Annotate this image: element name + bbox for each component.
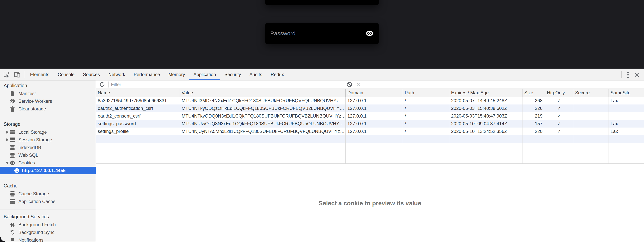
- filter-input[interactable]: [108, 81, 341, 88]
- tab-elements[interactable]: Elements: [26, 69, 54, 80]
- cookie-row[interactable]: oauth2_consent_csrf MTU4NTkyODQ0N3xEdi1C…: [96, 112, 644, 120]
- sidebar-item-clear-storage[interactable]: Clear storage: [0, 105, 96, 113]
- preview-placeholder-text: Select a cookie to preview its value: [318, 200, 421, 242]
- username-field[interactable]: [265, 0, 379, 5]
- sidebar-item-application-cache[interactable]: Application Cache: [0, 198, 96, 205]
- gear-icon: [10, 98, 15, 104]
- column-header-size[interactable]: Size: [522, 89, 545, 97]
- database-icon: [10, 153, 15, 158]
- screen: Elements Console Sources Network Perform…: [0, 0, 644, 242]
- sidebar-item-background-fetch[interactable]: Background Fetch: [0, 221, 96, 228]
- empty-row: [96, 135, 644, 143]
- sidebar-item-cookie-origin-selected[interactable]: http://127.0.0.1:4455: [0, 167, 96, 174]
- devtools-panel: Elements Console Sources Network Perform…: [0, 69, 644, 242]
- tab-sources[interactable]: Sources: [79, 69, 104, 80]
- sidebar-item-manifest[interactable]: Manifest: [0, 90, 96, 97]
- expand-arrow-icon[interactable]: [5, 138, 10, 141]
- tab-security[interactable]: Security: [220, 69, 245, 80]
- table-icon: [10, 130, 15, 135]
- cookies-pane: ✕ Name Value Domain Path Expires / Max-A…: [96, 80, 644, 242]
- httponly-check: ✓: [545, 104, 573, 112]
- sidebar-item-background-sync[interactable]: Background Sync: [0, 228, 96, 236]
- table-icon: [10, 199, 15, 204]
- sidebar-item-cache-storage[interactable]: Cache Storage: [0, 190, 96, 198]
- application-sidebar: Application Manifest Service Workers: [0, 80, 96, 242]
- collapse-arrow-icon[interactable]: [5, 162, 10, 164]
- sidebar-divider: [0, 209, 96, 210]
- password-field[interactable]: [265, 23, 379, 44]
- sidebar-item-session-storage[interactable]: Session Storage: [0, 136, 96, 144]
- sidebar-divider: [0, 117, 96, 117]
- tab-console[interactable]: Console: [54, 69, 79, 80]
- devtools-menu-icon[interactable]: [623, 72, 633, 78]
- tab-memory[interactable]: Memory: [164, 69, 189, 80]
- section-header-application: Application: [0, 81, 96, 90]
- tab-performance[interactable]: Performance: [130, 69, 164, 80]
- database-icon: [10, 191, 15, 196]
- column-header-name[interactable]: Name: [96, 89, 180, 97]
- tab-application[interactable]: Application: [189, 69, 220, 80]
- sidebar-item-service-workers[interactable]: Service Workers: [0, 97, 96, 105]
- sidebar-item-web-sql[interactable]: Web SQL: [0, 151, 96, 159]
- sidebar-item-notifications[interactable]: Notifications: [0, 236, 96, 242]
- device-toolbar-icon[interactable]: [12, 69, 22, 80]
- table-filler: [96, 143, 644, 163]
- refresh-icon[interactable]: [99, 81, 106, 88]
- cookie-row[interactable]: 8a3d27185b49d7758d8bb669331… MTU4NjI3MDk…: [96, 97, 644, 104]
- column-header-domain[interactable]: Domain: [346, 89, 403, 97]
- column-header-secure[interactable]: Secure: [573, 89, 608, 97]
- delete-selected-icon[interactable]: ✕: [356, 82, 361, 87]
- cookie-row[interactable]: settings_profile MTU4NjUyNTA5MnxEdi1CQkF…: [96, 128, 644, 135]
- toolbar-separator: [343, 82, 343, 87]
- column-header-expires[interactable]: Expires / Max-Age: [449, 89, 522, 97]
- sidebar-item-local-storage[interactable]: Local Storage: [0, 128, 96, 136]
- httponly-check: ✓: [545, 120, 573, 128]
- httponly-check: ✓: [545, 97, 573, 104]
- show-password-eye-icon[interactable]: [365, 30, 374, 37]
- cookies-toolbar: ✕: [96, 80, 644, 89]
- cookie-row[interactable]: oauth2_authentication_csrf MTU4NTkyODQzO…: [96, 104, 644, 112]
- screen-corner: [0, 237, 5, 242]
- devtools-tabbar: Elements Console Sources Network Perform…: [0, 69, 644, 80]
- cookie-row[interactable]: settings_password MTU4NjUwOTQ3N3xEdi1CQk…: [96, 120, 644, 128]
- httponly-check: ✓: [545, 112, 573, 120]
- tabbar-right-controls: [620, 69, 644, 81]
- column-header-samesite[interactable]: SameSite: [608, 89, 644, 97]
- document-icon: [10, 91, 15, 96]
- cookie-preview-pane: Select a cookie to preview its value: [96, 164, 644, 242]
- httponly-check: ✓: [545, 128, 573, 135]
- column-header-httponly[interactable]: HttpOnly: [545, 89, 573, 97]
- login-page: [0, 0, 644, 69]
- cookie-icon: [10, 160, 15, 166]
- cookie-table: Name Value Domain Path Expires / Max-Age…: [96, 89, 644, 163]
- column-header-path[interactable]: Path: [403, 89, 449, 97]
- cookie-icon: [14, 168, 20, 173]
- sidebar-item-indexeddb[interactable]: IndexedDB: [0, 144, 96, 151]
- table-icon: [10, 137, 15, 142]
- tab-audits[interactable]: Audits: [245, 69, 266, 80]
- up-down-arrows-icon: [10, 222, 15, 227]
- clear-cookies-icon[interactable]: [346, 81, 352, 88]
- tab-redux[interactable]: Redux: [266, 69, 288, 80]
- inspect-element-icon[interactable]: [1, 69, 12, 80]
- bell-icon: [10, 237, 15, 242]
- sidebar-divider: [0, 179, 96, 179]
- table-header-row: Name Value Domain Path Expires / Max-Age…: [96, 89, 644, 97]
- section-header-background-services: Background Services: [0, 212, 96, 221]
- section-header-storage: Storage: [0, 120, 96, 128]
- close-devtools-icon[interactable]: [633, 72, 644, 78]
- tab-network[interactable]: Network: [104, 69, 130, 80]
- sidebar-item-cookies[interactable]: Cookies: [0, 159, 96, 167]
- trash-icon: [10, 106, 15, 111]
- password-input[interactable]: [265, 30, 355, 37]
- database-icon: [10, 145, 15, 150]
- column-header-value[interactable]: Value: [180, 89, 346, 97]
- sync-arrows-icon: [10, 230, 15, 235]
- expand-arrow-icon[interactable]: [5, 131, 10, 134]
- section-header-cache: Cache: [0, 181, 96, 190]
